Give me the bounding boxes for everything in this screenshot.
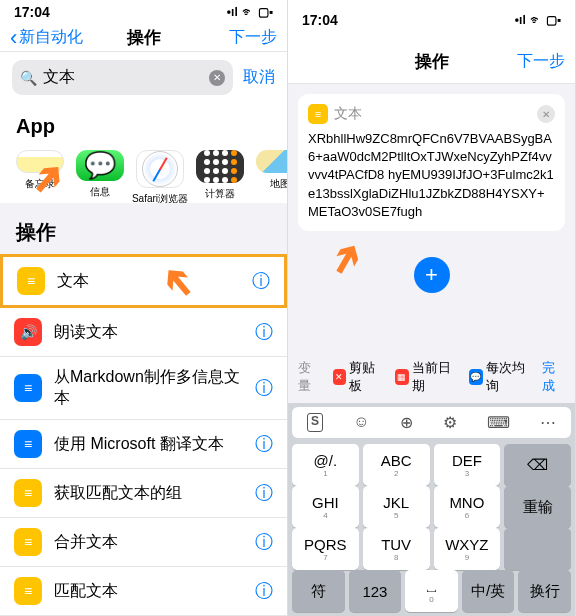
done-button[interactable]: 完成: [542, 359, 565, 395]
kb-tool-layout[interactable]: ⌨: [487, 413, 510, 432]
info-icon[interactable]: ⓘ: [255, 481, 273, 505]
kb-tool-settings[interactable]: ⚙: [443, 413, 457, 432]
action-list: ≡ 文本 ⓘ🔊 朗读文本 ⓘ≡ 从Markdown制作多信息文本 ⓘ≡ 使用 M…: [0, 254, 287, 616]
keyboard-key[interactable]: GHI4: [292, 486, 359, 528]
keyboard-key[interactable]: [504, 528, 571, 570]
nav-bar: ‹ 新自动化 操作 下一步: [0, 25, 287, 53]
text-icon: ≡: [308, 104, 328, 124]
keyboard-key[interactable]: ABC2: [363, 444, 430, 486]
card-title: 文本: [334, 105, 362, 123]
action-label: 从Markdown制作多信息文本: [54, 367, 243, 409]
status-icons: •ıl ᯤ ▢▪: [227, 5, 273, 19]
nav-next-button[interactable]: 下一步: [229, 27, 277, 48]
app-messages[interactable]: 💬 信息: [70, 150, 130, 191]
kb-tool-more[interactable]: ⋯: [540, 413, 556, 432]
text-action-card: ≡ 文本 ✕ XRbhllHw9ZC8mrQFCn6V7BVAABSygBA6+…: [298, 94, 565, 231]
suggestion-bar: 变量 ✕ 剪贴板 ▦ 当前日期 💬 每次均询 完成: [288, 351, 575, 403]
action-item[interactable]: ≡ 从Markdown制作多信息文本 ⓘ: [0, 357, 287, 420]
action-icon: ≡: [14, 577, 42, 605]
suggest-date[interactable]: ▦ 当前日期: [395, 359, 457, 395]
add-action-button[interactable]: +: [414, 257, 450, 293]
search-icon: 🔍: [20, 70, 37, 86]
nav-back-label: 新自动化: [19, 27, 83, 48]
screen-right: 17:04 •ıl ᯤ ▢▪ 操作 下一步 ≡ 文本 ✕ XRbhllHw9ZC…: [288, 0, 576, 616]
calculator-icon: [196, 150, 244, 183]
keyboard-key[interactable]: ⎵0: [405, 570, 458, 612]
wifi-icon: ᯤ: [530, 13, 542, 27]
action-item[interactable]: ≡ 文本 ⓘ: [0, 254, 287, 308]
app-maps[interactable]: 地图: [250, 150, 287, 191]
action-label: 合并文本: [54, 532, 243, 553]
section-header-app: App: [0, 103, 287, 146]
nav-next-button[interactable]: 下一步: [517, 51, 565, 72]
keyboard-key[interactable]: PQRS7: [292, 528, 359, 570]
keyboard-key[interactable]: 123: [349, 570, 402, 612]
app-label: 信息: [90, 185, 110, 199]
screen-left: 17:04 •ıl ᯤ ▢▪ ‹ 新自动化 操作 下一步 🔍 文本 ✕ 取消 A…: [0, 0, 288, 616]
info-icon[interactable]: ⓘ: [255, 320, 273, 344]
action-item[interactable]: ≡ 使用 Microsoft 翻译文本 ⓘ: [0, 420, 287, 469]
status-bar: 17:04 •ıl ᯤ ▢▪: [288, 0, 575, 40]
keyboard-key[interactable]: ⌫: [504, 444, 571, 486]
info-icon[interactable]: ⓘ: [255, 376, 273, 400]
cancel-button[interactable]: 取消: [243, 67, 275, 88]
battery-icon: ▢▪: [546, 13, 561, 27]
nav-back-button[interactable]: ‹ 新自动化: [10, 25, 83, 51]
search-input[interactable]: 文本: [43, 67, 203, 88]
nav-bar: 操作 下一步: [288, 40, 575, 84]
keyboard-key[interactable]: 中/英: [462, 570, 515, 612]
action-item[interactable]: 🔊 朗读文本 ⓘ: [0, 308, 287, 357]
app-label: 计算器: [205, 187, 235, 201]
close-card-button[interactable]: ✕: [537, 105, 555, 123]
card-header: ≡ 文本 ✕: [308, 104, 555, 124]
action-icon: ≡: [14, 374, 42, 402]
nav-title: 操作: [415, 50, 449, 73]
keyboard-key[interactable]: WXYZ9: [434, 528, 501, 570]
keyboard-key[interactable]: @/.1: [292, 444, 359, 486]
clear-search-button[interactable]: ✕: [209, 70, 225, 86]
kb-tool-sogou[interactable]: S: [307, 413, 323, 432]
info-icon[interactable]: ⓘ: [255, 579, 273, 603]
wifi-icon: ᯤ: [242, 5, 254, 19]
suggest-variable[interactable]: 变量: [298, 359, 321, 395]
action-item[interactable]: ≡ 合并文本 ⓘ: [0, 518, 287, 567]
action-icon: ≡: [14, 528, 42, 556]
action-icon: ≡: [14, 479, 42, 507]
signal-icon: •ıl: [227, 5, 238, 19]
spacer: [288, 309, 575, 351]
clipboard-icon: ✕: [333, 369, 347, 385]
card-text-content[interactable]: XRbhllHw9ZC8mrQFCn6V7BVAABSygBA6+aaW0dcM…: [308, 130, 555, 221]
action-label: 匹配文本: [54, 581, 243, 602]
app-calculator[interactable]: 计算器: [190, 150, 250, 191]
keyboard-key[interactable]: 换行: [518, 570, 571, 612]
calendar-icon: ▦: [395, 369, 409, 385]
keyboard: S ☺ ⊕ ⚙ ⌨ ⋯ @/.1ABC2DEF3⌫GHI4JKL5MNO6重输P…: [288, 403, 575, 616]
keyboard-key[interactable]: 重输: [504, 486, 571, 528]
nav-title: 操作: [127, 26, 161, 49]
keyboard-key[interactable]: DEF3: [434, 444, 501, 486]
info-icon[interactable]: ⓘ: [255, 432, 273, 456]
info-icon[interactable]: ⓘ: [255, 530, 273, 554]
action-icon: 🔊: [14, 318, 42, 346]
action-item[interactable]: ≡ 获取匹配文本的组 ⓘ: [0, 469, 287, 518]
suggest-ask[interactable]: 💬 每次均询: [469, 359, 531, 395]
signal-icon: •ıl: [515, 13, 526, 27]
suggest-clipboard[interactable]: ✕ 剪贴板: [333, 359, 383, 395]
kb-tool-mic[interactable]: ⊕: [400, 413, 413, 432]
section-header-actions: 操作: [0, 203, 287, 254]
ask-icon: 💬: [469, 369, 483, 385]
keyboard-key[interactable]: MNO6: [434, 486, 501, 528]
keyboard-key[interactable]: JKL5: [363, 486, 430, 528]
safari-icon: [136, 150, 184, 188]
kb-tool-emoji[interactable]: ☺: [353, 413, 369, 432]
keyboard-key[interactable]: 符: [292, 570, 345, 612]
search-box[interactable]: 🔍 文本 ✕: [12, 60, 233, 95]
action-item[interactable]: ≡ 匹配文本 ⓘ: [0, 567, 287, 616]
app-label: Safari浏览器: [132, 192, 188, 203]
search-wrap: 🔍 文本 ✕ 取消: [0, 52, 287, 103]
chevron-left-icon: ‹: [10, 25, 17, 51]
info-icon[interactable]: ⓘ: [252, 269, 270, 293]
battery-icon: ▢▪: [258, 5, 273, 19]
keyboard-key[interactable]: TUV8: [363, 528, 430, 570]
app-safari[interactable]: Safari浏览器: [130, 150, 190, 191]
